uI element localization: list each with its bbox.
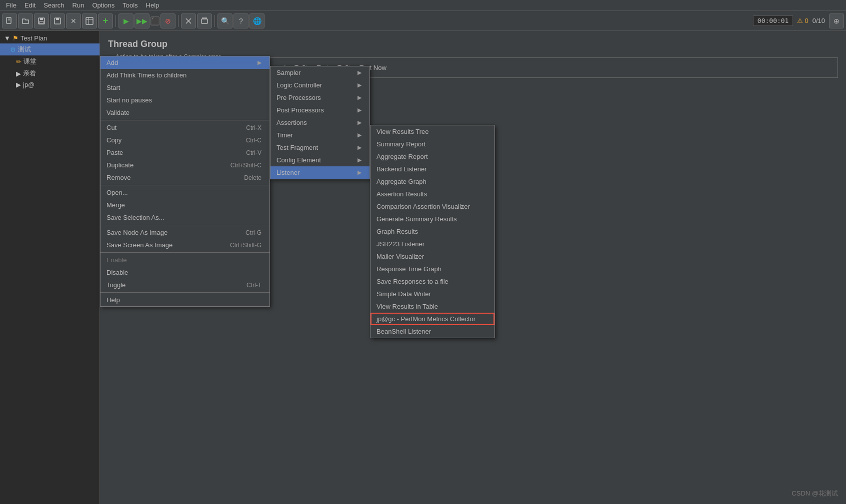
save-node-shortcut: Ctrl-G — [246, 229, 262, 236]
ctx3-mailer[interactable]: Mailer Visualizer — [370, 250, 494, 263]
ctx1-merge[interactable]: Merge — [100, 199, 270, 211]
templates-button[interactable] — [82, 13, 97, 28]
remote-button[interactable]: 🌐 — [250, 13, 264, 28]
ctx1-validate[interactable]: Validate — [100, 106, 270, 119]
ctx1-duplicate[interactable]: Duplicate Ctrl+Shift-C — [100, 159, 270, 171]
expand-button[interactable]: ⊕ — [829, 13, 844, 28]
shutdown-button[interactable]: ⊘ — [160, 13, 176, 28]
page-title: Thread Group — [108, 39, 838, 49]
ctx3-save-responses[interactable]: Save Responses to a file — [370, 275, 494, 288]
listener-arrow-icon: ▶ — [358, 169, 362, 176]
tree-item-thread1[interactable]: ⚙ 测试 — [0, 43, 100, 55]
ctx3-graph-results[interactable]: Graph Results — [370, 225, 494, 238]
open-button[interactable] — [18, 13, 33, 28]
clear-button[interactable] — [181, 13, 196, 28]
tree-label-testplan: Test Plan — [20, 34, 47, 42]
warning-icon: ⚠ — [797, 17, 803, 24]
menu-edit[interactable]: Edit — [20, 0, 40, 10]
ctx2-test-fragment[interactable]: Test Fragment ▶ — [270, 141, 370, 154]
ctx2-timer[interactable]: Timer ▶ — [270, 129, 370, 141]
saveas-button[interactable] — [50, 13, 65, 28]
ctx3-summary-report[interactable]: Summary Report — [370, 138, 494, 150]
ctx1-start-no-pauses[interactable]: Start no pauses — [100, 94, 270, 106]
ctx1-toggle[interactable]: Toggle Ctrl-T — [100, 279, 270, 291]
tree-label-thread3: 亲着 — [23, 69, 36, 78]
ctx3-generate-summary[interactable]: Generate Summary Results — [370, 213, 494, 225]
ctx1-save-screen-image[interactable]: Save Screen As Image Ctrl+Shift-G — [100, 239, 270, 251]
tree-item-thread2[interactable]: ✏ 课堂 — [0, 55, 100, 67]
menu-search[interactable]: Search — [40, 0, 68, 10]
tree-item-thread3[interactable]: ▶ 亲着 — [0, 67, 100, 79]
ctx2-listener[interactable]: Listener ▶ — [270, 166, 370, 179]
ctx1-div2 — [100, 185, 270, 185]
svg-rect-7 — [56, 18, 59, 20]
ctx3-backend-listener[interactable]: Backend Listener — [370, 163, 494, 175]
ctx3-response-time-graph[interactable]: Response Time Graph — [370, 263, 494, 275]
tree-label-thread4: jp@ — [23, 81, 34, 88]
ctx3-jsr223[interactable]: JSR223 Listener — [370, 238, 494, 250]
ctx1-open[interactable]: Open... — [100, 186, 270, 199]
cut-shortcut: Ctrl-X — [246, 124, 262, 131]
save-button[interactable] — [34, 13, 49, 28]
ctx2-assertions[interactable]: Assertions ▶ — [270, 116, 370, 129]
ctx3-aggregate-report[interactable]: Aggregate Report — [370, 150, 494, 163]
ctx3-view-results-tree[interactable]: View Results Tree — [370, 125, 494, 138]
ctx1-help[interactable]: Help — [100, 294, 270, 306]
clearall-button[interactable] — [197, 13, 212, 28]
run-button[interactable]: ▶ — [118, 13, 134, 28]
ctx1-save-node-image[interactable]: Save Node As Image Ctrl-G — [100, 226, 270, 239]
paste-shortcut: Ctrl-V — [246, 149, 262, 156]
ctx2-post-processors[interactable]: Post Processors ▶ — [270, 104, 370, 116]
tree-icon-thread2: ✏ — [16, 58, 22, 65]
ctx1-add-think-times[interactable]: Add Think Times to children — [100, 69, 270, 81]
ctx2-sampler[interactable]: Sampler ▶ — [270, 66, 370, 79]
ctx1-remove[interactable]: Remove Delete — [100, 171, 270, 184]
ctx3-aggregate-graph[interactable]: Aggregate Graph — [370, 175, 494, 188]
ctx3-perfmon[interactable]: jp@gc - PerfMon Metrics Collector — [370, 313, 494, 325]
logic-arrow-icon: ▶ — [358, 82, 362, 88]
ctx1-disable[interactable]: Disable — [100, 266, 270, 279]
ctx1-add[interactable]: Add ▶ — [100, 56, 270, 69]
ctx3-comparison-assertion[interactable]: Comparison Assertion Visualizer — [370, 200, 494, 213]
ctx3-assertion-results[interactable]: Assertion Results — [370, 188, 494, 200]
tree-item-thread4[interactable]: ▶ jp@ — [0, 79, 100, 90]
browse-button[interactable]: 🔍 — [218, 13, 232, 28]
post-arrow-icon: ▶ — [358, 107, 362, 113]
svg-rect-11 — [202, 19, 208, 23]
tree-icon-thread1: ⚙ — [10, 46, 16, 53]
menu-options[interactable]: Options — [88, 0, 118, 10]
ctx2-pre-processors[interactable]: Pre Processors ▶ — [270, 91, 370, 104]
thread-count: 0/10 — [812, 17, 825, 24]
duplicate-shortcut: Ctrl+Shift-C — [230, 162, 262, 169]
stop-button[interactable]: ⬛ — [150, 16, 160, 25]
new-button[interactable] — [2, 13, 17, 28]
ctx3-beanshell[interactable]: BeanShell Listener — [370, 325, 494, 338]
ctx2-config-element[interactable]: Config Element ▶ — [270, 154, 370, 166]
toolbar-sep-2 — [178, 15, 178, 27]
ctx1-div3 — [100, 225, 270, 225]
tree-icon-thread4: ▶ — [16, 81, 21, 88]
ctx1-save-selection[interactable]: Save Selection As... — [100, 211, 270, 224]
add-button[interactable]: + — [98, 13, 113, 28]
ctx1-copy[interactable]: Copy Ctrl-C — [100, 134, 270, 146]
svg-rect-8 — [86, 17, 93, 24]
ctx3-simple-data-writer[interactable]: Simple Data Writer — [370, 288, 494, 300]
sampler-arrow-icon: ▶ — [358, 69, 362, 76]
run-no-pause-button[interactable]: ▶▶ — [134, 13, 150, 28]
context-menu-2: Sampler ▶ Logic Controller ▶ Pre Process… — [270, 66, 370, 179]
menu-help[interactable]: Help — [142, 0, 164, 10]
menu-tools[interactable]: Tools — [118, 0, 142, 10]
menu-file[interactable]: File — [2, 0, 20, 10]
ctx1-enable[interactable]: Enable — [100, 254, 270, 266]
help2-button[interactable]: ? — [234, 13, 248, 28]
menu-run[interactable]: Run — [68, 0, 88, 10]
ctx1-cut[interactable]: Cut Ctrl-X — [100, 121, 270, 134]
assertions-arrow-icon: ▶ — [358, 119, 362, 126]
ctx1-start[interactable]: Start — [100, 81, 270, 94]
tree-item-testplan[interactable]: ▼ ⚑ Test Plan — [0, 33, 100, 43]
ctx1-paste[interactable]: Paste Ctrl-V — [100, 146, 270, 159]
revert-button[interactable]: ✕ — [66, 13, 81, 28]
content-area: Thread Group Action to be taken after a … — [100, 31, 846, 504]
ctx2-logic-controller[interactable]: Logic Controller ▶ — [270, 79, 370, 91]
ctx3-view-results-table[interactable]: View Results in Table — [370, 300, 494, 313]
